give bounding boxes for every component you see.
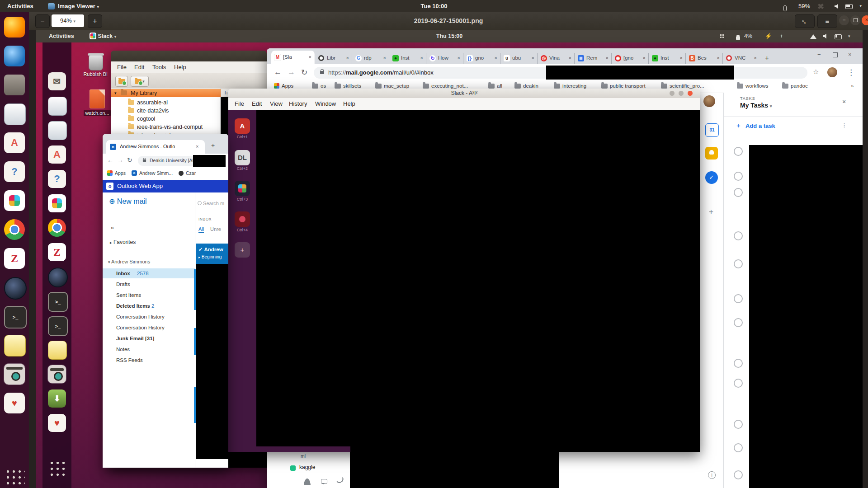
forward-icon[interactable]: → (117, 156, 123, 164)
add-task-plus-icon[interactable]: + (736, 122, 741, 129)
search-mail-input[interactable]: Search m (198, 201, 224, 206)
inner-battery-icon[interactable] (835, 34, 842, 39)
slack-maximize-icon[interactable] (679, 91, 684, 96)
back-icon[interactable]: ← (107, 156, 113, 164)
add-workspace-button[interactable]: + (235, 242, 250, 258)
bookmarks-overflow[interactable]: » (851, 83, 854, 89)
slack-menu-edit[interactable]: Edit (252, 100, 262, 107)
bookmark-item[interactable]: os (312, 83, 326, 89)
task-checkbox[interactable] (734, 188, 743, 197)
window-minimize-icon[interactable]: − (817, 51, 821, 58)
filter-unread-tab[interactable]: Unre (210, 226, 221, 232)
chat-status-icon[interactable] (321, 479, 327, 484)
reload-icon[interactable]: ↻ (301, 68, 307, 77)
volume-muted-icon[interactable] (835, 4, 840, 9)
document-icon[interactable] (48, 97, 67, 116)
selected-email-item[interactable]: ✓ Andrew ▸ Beginning (196, 244, 228, 264)
folder-drafts[interactable]: Drafts (103, 279, 195, 289)
new-tab-button[interactable]: + (211, 142, 215, 149)
tab-close-icon[interactable]: × (717, 55, 720, 61)
terminal-icon[interactable]: >_ (48, 316, 68, 336)
tab-close-icon[interactable]: × (420, 55, 423, 61)
collapse-pane-icon[interactable]: « (111, 224, 114, 231)
media-app-icon[interactable]: ♥ (4, 393, 25, 413)
media-app-icon[interactable]: ♥ (48, 414, 66, 432)
tab-close-icon[interactable]: × (643, 55, 646, 61)
info-icon[interactable]: i (708, 471, 716, 479)
task-checkbox[interactable] (734, 318, 743, 327)
slack-close-icon[interactable] (688, 91, 693, 96)
tab-close-icon[interactable]: × (495, 55, 497, 61)
slack-menu-view[interactable]: View (270, 100, 283, 107)
bookmark-item[interactable]: public transport (601, 83, 646, 89)
task-checkbox[interactable] (734, 172, 743, 181)
minimize-button[interactable]: − (839, 15, 849, 25)
task-checkbox[interactable] (734, 443, 743, 452)
chrome-icon[interactable] (48, 219, 66, 237)
task-checkbox[interactable] (734, 379, 743, 388)
outer-clock[interactable]: Tue 10:00 (0, 0, 868, 12)
tab-close-icon[interactable]: × (532, 55, 534, 61)
tab-vina[interactable]: ◎Vina× (537, 53, 575, 64)
files-icon[interactable] (4, 75, 25, 95)
thunderbird-icon[interactable] (4, 46, 25, 66)
tab-vnc[interactable]: VNC× (722, 53, 760, 64)
profile-avatar[interactable] (827, 67, 837, 77)
inner-system-menu-caret[interactable]: ▾ (848, 30, 850, 42)
task-checkbox[interactable] (734, 470, 743, 479)
firefox-icon[interactable] (4, 17, 25, 38)
account-group[interactable]: ▾ Andrew Simmons (108, 259, 150, 264)
tab-ubu[interactable]: uubu× (500, 53, 538, 64)
slack-icon[interactable] (48, 194, 66, 212)
forward-icon[interactable]: → (288, 68, 295, 77)
task-checkbox[interactable] (734, 231, 743, 240)
tree-expand-icon[interactable]: ▾ (114, 89, 117, 97)
screenshot-tool-icon[interactable] (4, 364, 25, 385)
folder-notes[interactable]: Notes (103, 344, 195, 354)
browser-menu-icon[interactable]: ⋮ (847, 68, 855, 77)
task-checkbox[interactable] (734, 359, 743, 368)
outer-activities-button[interactable]: Activities (7, 0, 33, 12)
zotero-icon[interactable]: Z (48, 243, 66, 261)
help-icon[interactable]: ? (4, 161, 25, 182)
new-tab-button[interactable]: + (765, 54, 769, 61)
zotero-menu-help[interactable]: Help (174, 64, 186, 70)
bookmark-item[interactable]: executing_not... (423, 83, 468, 89)
chrome-icon[interactable] (4, 219, 25, 240)
fullscreen-button[interactable]: ↔ (795, 14, 815, 28)
document-viewer-icon[interactable] (4, 103, 26, 125)
show-applications-icon[interactable] (4, 468, 25, 488)
folder-deleted[interactable]: Deleted Items2 (103, 301, 195, 311)
task-checkbox[interactable] (734, 147, 743, 156)
zotero-collection[interactable]: cogtool (111, 115, 221, 123)
tab-inst[interactable]: ●Inst× (389, 53, 426, 64)
bookmark-item[interactable]: pandoc (782, 83, 808, 89)
notes-icon[interactable] (48, 341, 67, 360)
tab-how[interactable]: ↻How× (426, 53, 463, 64)
tab-close-icon[interactable]: × (383, 55, 386, 61)
tab-gno[interactable]: [}gno× (463, 53, 500, 64)
zotero-menu-edit[interactable]: Edit (134, 64, 144, 70)
zotero-icon[interactable]: Z (4, 248, 25, 269)
gmail-label-ml[interactable]: ml (301, 453, 306, 459)
add-panel-icon[interactable]: + (709, 207, 713, 216)
libreoffice-icon[interactable]: A (4, 132, 25, 153)
filter-all-tab[interactable]: All (198, 226, 204, 233)
tab-close-icon[interactable]: × (346, 55, 349, 61)
volume-icon[interactable] (823, 33, 828, 39)
new-library-button[interactable]: ▾ (131, 76, 149, 87)
folder-rss[interactable]: RSS Feeds (103, 355, 195, 365)
workspace-3[interactable] (235, 181, 250, 196)
document-icon[interactable] (48, 121, 67, 140)
outer-app-menu[interactable]: Image Viewer ▾ (58, 0, 99, 12)
zotero-titlebar[interactable] (111, 51, 267, 61)
bookmark-apps[interactable]: Apps (107, 170, 126, 176)
bookmark-item[interactable]: workflows (737, 83, 768, 89)
folder-conversation-history[interactable]: Conversation History (103, 312, 195, 322)
bookmark-item[interactable]: skillsets (335, 83, 361, 89)
bookmark-item[interactable]: scientific_pro... (661, 83, 704, 89)
tab-close-icon[interactable]: × (196, 144, 198, 149)
inner-app-menu[interactable]: Slack ▾ (90, 30, 116, 42)
tab-gmail[interactable]: M[Sla× (271, 51, 315, 64)
new-mail-button[interactable]: ⊕ New mail (109, 197, 147, 206)
